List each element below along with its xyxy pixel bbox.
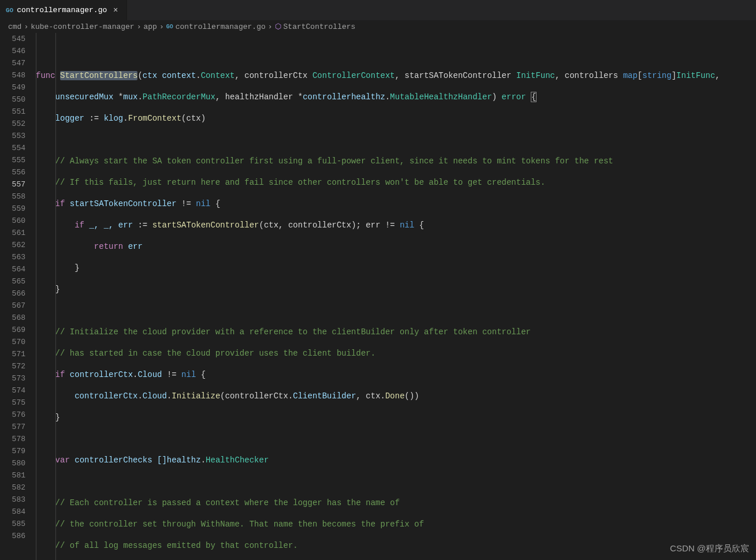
breadcrumb-part[interactable]: app (143, 23, 157, 31)
line-number: 583 (0, 494, 25, 506)
go-file-icon: GO (166, 24, 173, 30)
line-number: 585 (0, 518, 25, 530)
line-number: 570 (0, 336, 25, 348)
chevron-right-icon: › (159, 23, 164, 31)
chevron-right-icon: › (137, 23, 141, 31)
line-number: 575 (0, 397, 25, 409)
line-number: 552 (0, 118, 25, 130)
line-number: 571 (0, 348, 25, 360)
line-number: 577 (0, 421, 25, 433)
tab-active[interactable]: GO controllermanager.go × (0, 0, 127, 20)
line-number: 550 (0, 94, 25, 106)
breadcrumb-part[interactable]: kube-controller-manager (31, 23, 134, 31)
line-number: 584 (0, 506, 25, 518)
close-icon[interactable]: × (110, 6, 121, 15)
line-number: 549 (0, 81, 25, 94)
function-name: StartControllers (60, 71, 137, 80)
line-number: 569 (0, 324, 25, 336)
line-number: 574 (0, 384, 25, 397)
line-number: 554 (0, 142, 25, 154)
line-number: 576 (0, 409, 25, 421)
editor[interactable]: 5455465475485495505515525535545555565575… (0, 33, 756, 560)
line-number: 563 (0, 251, 25, 263)
line-number: 562 (0, 239, 25, 251)
line-number: 567 (0, 300, 25, 312)
line-number: 580 (0, 457, 25, 469)
line-number: 581 (0, 469, 25, 481)
line-number: 582 (0, 481, 25, 494)
symbol-method-icon: ⬡ (275, 22, 281, 31)
line-number: 558 (0, 191, 25, 203)
line-number: 579 (0, 445, 25, 457)
line-number: 553 (0, 130, 25, 142)
breadcrumb[interactable]: cmd › kube-controller-manager › app › GO… (0, 20, 756, 33)
line-number: 548 (0, 69, 25, 81)
line-number: 586 (0, 530, 25, 542)
chevron-right-icon: › (268, 23, 273, 31)
line-number: 545 (0, 33, 25, 45)
line-number: 555 (0, 154, 25, 166)
line-number: 566 (0, 288, 25, 300)
line-number: 565 (0, 275, 25, 288)
breadcrumb-file[interactable]: controllermanager.go (176, 23, 266, 31)
line-number: 561 (0, 227, 25, 239)
watermark: CSDN @程序员欣宸 (670, 543, 749, 554)
code-area[interactable]: func StartControllers(ctx context.Contex… (36, 33, 756, 560)
breadcrumb-symbol[interactable]: StartControllers (284, 23, 356, 31)
line-number: 578 (0, 433, 25, 445)
line-number: 568 (0, 312, 25, 324)
breadcrumb-part[interactable]: cmd (8, 23, 21, 31)
line-number: 557 (0, 178, 25, 191)
go-file-icon: GO (6, 7, 13, 14)
line-number: 564 (0, 263, 25, 275)
tab-filename: controllermanager.go (17, 6, 107, 14)
line-number: 560 (0, 215, 25, 227)
line-number: 556 (0, 166, 25, 178)
line-number: 546 (0, 45, 25, 57)
chevron-right-icon: › (24, 23, 28, 31)
line-number: 572 (0, 360, 25, 372)
line-number-gutter: 5455465475485495505515525535545555565575… (0, 33, 36, 560)
line-number: 551 (0, 106, 25, 118)
line-number: 547 (0, 57, 25, 69)
line-number: 573 (0, 372, 25, 384)
line-number: 559 (0, 203, 25, 215)
tab-bar: GO controllermanager.go × (0, 0, 756, 20)
